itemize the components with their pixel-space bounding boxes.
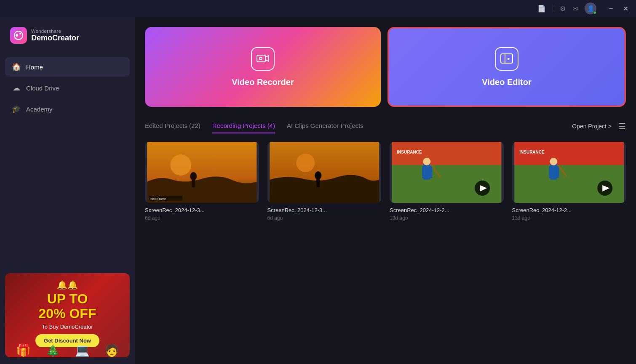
- svg-text:INSURANCE: INSURANCE: [519, 150, 545, 154]
- project-name-2: ScreenRec_2024-12-3...: [267, 207, 382, 213]
- promo-decorations: 🎁 🎄 💻 🧑: [5, 324, 130, 357]
- person-icon: 🧑: [104, 343, 119, 357]
- svg-text:INSURANCE: INSURANCE: [397, 150, 422, 154]
- logo-icon: [10, 27, 27, 44]
- project-date-4: 13d ago: [512, 215, 626, 221]
- svg-point-16: [296, 154, 315, 172]
- sidebar-item-home[interactable]: 🏠 Home: [5, 57, 130, 77]
- document-icon[interactable]: 📄: [537, 5, 546, 13]
- video-editor-card[interactable]: Video Editor: [387, 27, 626, 107]
- project-card-1[interactable]: Next Frame ScreenRec_2024-12-3... 6d ago: [145, 142, 259, 221]
- svg-point-17: [315, 171, 321, 180]
- recorder-icon: [251, 47, 275, 71]
- titlebar-controls: – ✕: [607, 4, 631, 13]
- sidebar-item-cloud-label: Cloud Drive: [26, 85, 59, 92]
- titlebar: 📄 ⚙ ✉ 👤 – ✕: [0, 0, 636, 17]
- svg-point-23: [423, 158, 430, 165]
- tree-icon: 🎄: [45, 343, 60, 357]
- project-card-2[interactable]: ScreenRec_2024-12-3... 6d ago: [267, 142, 382, 221]
- project-card-4[interactable]: INSURANCE ScreenRec_2024-12-2... 1: [512, 142, 626, 221]
- project-thumb-4: INSURANCE: [512, 142, 626, 203]
- svg-point-11: [190, 172, 197, 181]
- sidebar-item-cloud[interactable]: ☁ Cloud Drive: [5, 78, 130, 98]
- svg-point-1: [16, 34, 18, 37]
- tab-ai[interactable]: AI Clips Generator Projects: [287, 119, 363, 133]
- project-card-3[interactable]: INSURANCE ScreenRec_2024-12-2... 1: [390, 142, 504, 221]
- sidebar: Wondershare DemoCreator 🏠 Home ☁ Cloud D…: [0, 17, 135, 364]
- svg-rect-12: [192, 180, 195, 187]
- svg-text:Next Frame: Next Frame: [150, 197, 166, 200]
- titlebar-divider: [553, 5, 553, 12]
- open-project-button[interactable]: Open Project >: [572, 123, 612, 130]
- logo-brand: Wondershare: [31, 29, 79, 34]
- svg-marker-4: [265, 56, 269, 61]
- tab-edited[interactable]: Edited Projects (22): [145, 119, 200, 133]
- svg-rect-3: [257, 55, 265, 62]
- academy-icon: 🎓: [12, 104, 21, 114]
- svg-point-2: [19, 33, 21, 35]
- project-thumb-1: Next Frame: [145, 142, 259, 203]
- logo: Wondershare DemoCreator: [5, 24, 130, 47]
- project-thumb-2: [267, 142, 382, 203]
- svg-rect-24: [422, 166, 425, 178]
- sidebar-item-academy-label: Academy: [26, 106, 53, 113]
- promo-bells: 🔔🔔: [57, 280, 78, 290]
- svg-marker-8: [508, 58, 510, 60]
- svg-rect-6: [501, 54, 513, 63]
- content-area: Video Recorder Video Editor Edited Proje…: [135, 17, 636, 364]
- editor-icon: [495, 47, 518, 71]
- project-name-3: ScreenRec_2024-12-2...: [390, 207, 504, 213]
- logo-product: DemoCreator: [31, 34, 79, 43]
- promo-banner: 🔔🔔 UP TO20% OFF To Buy DemoCreator Get D…: [5, 273, 130, 357]
- svg-rect-18: [316, 179, 320, 187]
- laptop-icon: 💻: [75, 343, 90, 357]
- svg-point-33: [550, 158, 557, 165]
- minimize-button[interactable]: –: [607, 4, 615, 13]
- sidebar-item-home-label: Home: [26, 64, 43, 71]
- menu-icon[interactable]: ☰: [618, 121, 626, 131]
- project-thumb-3: INSURANCE: [390, 142, 504, 203]
- close-button[interactable]: ✕: [620, 4, 631, 13]
- project-date-1: 6d ago: [145, 215, 259, 221]
- user-avatar[interactable]: 👤: [585, 3, 596, 14]
- titlebar-icons: 📄 ⚙ ✉ 👤: [537, 3, 596, 14]
- home-icon: 🏠: [12, 62, 21, 72]
- svg-rect-35: [556, 166, 559, 178]
- main-layout: Wondershare DemoCreator 🏠 Home ☁ Cloud D…: [0, 17, 636, 364]
- hero-cards: Video Recorder Video Editor: [145, 27, 626, 107]
- project-name-4: ScreenRec_2024-12-2...: [512, 207, 626, 213]
- mail-icon[interactable]: ✉: [572, 5, 578, 13]
- svg-point-5: [259, 57, 262, 60]
- user-status-indicator: [593, 11, 596, 14]
- sidebar-item-academy[interactable]: 🎓 Academy: [5, 99, 130, 119]
- promo-title: UP TO20% OFF: [39, 292, 96, 321]
- gift-icon: 🎁: [16, 343, 31, 357]
- cloud-icon: ☁: [12, 83, 21, 93]
- project-grid: Next Frame ScreenRec_2024-12-3... 6d ago: [145, 142, 626, 221]
- svg-point-10: [170, 154, 191, 175]
- logo-text: Wondershare DemoCreator: [31, 29, 79, 43]
- project-date-3: 13d ago: [390, 215, 504, 221]
- tabs-row: Edited Projects (22) Recording Projects …: [145, 119, 626, 133]
- video-recorder-card[interactable]: Video Recorder: [145, 27, 381, 107]
- recorder-label: Video Recorder: [232, 77, 294, 87]
- svg-rect-34: [549, 166, 551, 178]
- tab-recording[interactable]: Recording Projects (4): [212, 119, 275, 133]
- editor-label: Video Editor: [482, 77, 531, 87]
- project-date-2: 6d ago: [267, 215, 382, 221]
- gear-icon[interactable]: ⚙: [560, 5, 566, 13]
- svg-rect-25: [430, 166, 432, 178]
- project-name-1: ScreenRec_2024-12-3...: [145, 207, 259, 213]
